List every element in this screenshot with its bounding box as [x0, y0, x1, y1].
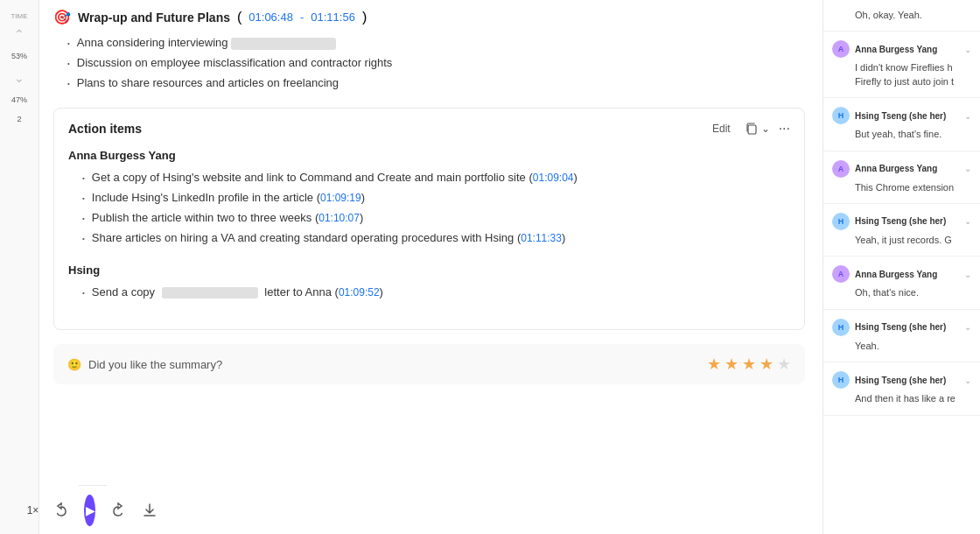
star-rating[interactable]: ★ ★ ★ ★ ★ [707, 355, 791, 374]
chat-chevron-hsing-3[interactable]: ⌄ [964, 322, 971, 332]
avatar-hsing-2: H [832, 213, 850, 230]
bullet-text-2: Discussion on employee misclassification… [77, 54, 393, 73]
bullet-dot: • [82, 173, 85, 185]
refresh-icon [109, 502, 127, 519]
avatar-anna-3: A [832, 265, 850, 283]
chat-name-hsing-1: Hsing Tseng (she her) [855, 111, 959, 121]
action-item-3: Publish the article within two to three … [92, 209, 363, 228]
refresh-button[interactable] [109, 502, 127, 519]
chat-item-hsing-4: H Hsing Tseng (she her) ⌄ And then it ha… [823, 362, 980, 415]
star-2[interactable]: ★ [724, 355, 738, 374]
bullet-text-1: Anna considering interviewing [77, 34, 336, 53]
section-timestamp-end[interactable]: 01:11:56 [311, 11, 355, 24]
star-3[interactable]: ★ [742, 355, 756, 374]
chat-item-hsing-3: H Hsing Tseng (she her) ⌄ Yeah. [823, 310, 980, 362]
chat-header-hsing-2: H Hsing Tseng (she her) ⌄ [832, 213, 971, 230]
chat-header-hsing-1: H Hsing Tseng (she her) ⌄ [832, 107, 971, 124]
play-icon: ▶ [86, 503, 95, 517]
list-item: • Send a copy letter to Anna (01:09:52) [82, 284, 790, 302]
timestamp-link-4[interactable]: 01:11:33 [521, 232, 562, 244]
main-scroll-area[interactable]: 🎯 Wrap-up and Future Plans ( 01:06:48 - … [39, 0, 822, 534]
chat-item-anna-1: A Anna Burgess Yang ⌄ I didn't know Fire… [823, 32, 980, 98]
bullet-dot: • [82, 288, 85, 299]
bullet-text-3: Plans to share resources and articles on… [77, 74, 339, 93]
star-4[interactable]: ★ [760, 355, 774, 374]
more-options-button[interactable]: ··· [779, 121, 790, 137]
chat-item-anna-3: A Anna Burgess Yang ⌄ Oh, that's nice. [823, 256, 980, 309]
chat-header-anna-1: A Anna Burgess Yang ⌄ [832, 40, 971, 58]
timestamp-link-3[interactable]: 01:10:07 [318, 212, 360, 224]
left-sidebar: TIME ⌃ 53% ⌄ 47% 2 [0, 0, 39, 534]
right-chat-sidebar: Oh, okay. Yeah. A Anna Burgess Yang ⌄ I … [822, 0, 980, 534]
svg-rect-0 [748, 125, 756, 134]
chat-header-anna-2: A Anna Burgess Yang ⌄ [832, 160, 971, 178]
feedback-emoji-icon: 🙂 [67, 358, 81, 371]
chat-item-anna-2: A Anna Burgess Yang ⌄ This Chrome extens… [823, 151, 980, 204]
section-timestamp-open: ( [237, 10, 242, 25]
chat-header-hsing-4: H Hsing Tseng (she her) ⌄ [832, 371, 971, 389]
chat-header-anna-3: A Anna Burgess Yang ⌄ [832, 265, 971, 283]
edit-button[interactable]: Edit [707, 121, 736, 137]
action-items-section: Action items Edit ⌄ ··· Anna Burgess Yan… [53, 108, 805, 330]
timestamp-link-5[interactable]: 01:09:52 [339, 286, 380, 299]
chat-text-anna-3: Oh, that's nice. [832, 286, 971, 299]
playback-speed[interactable]: 1× [27, 504, 39, 516]
list-item: • Share articles on hiring a VA and crea… [82, 229, 790, 248]
timestamp-link-2[interactable]: 01:09:19 [320, 192, 361, 204]
star-1[interactable]: ★ [707, 355, 721, 374]
chat-item-hsing-2: H Hsing Tseng (she her) ⌄ Yeah, it just … [823, 204, 980, 256]
feedback-row: 🙂 Did you like the summary? ★ ★ ★ ★ ★ [53, 344, 805, 384]
sidebar-chevron-up[interactable]: ⌃ [14, 27, 24, 41]
chat-chevron-anna-3[interactable]: ⌄ [964, 270, 971, 279]
chat-text-hsing-1: But yeah, that's fine. [832, 128, 971, 141]
chat-chevron-anna-1[interactable]: ⌄ [964, 45, 971, 54]
person-1-action-list: • Get a copy of Hsing's website and link… [68, 169, 790, 247]
chat-name-anna-3: Anna Burgess Yang [855, 270, 959, 279]
chat-chevron-hsing-2[interactable]: ⌄ [964, 216, 971, 226]
list-item: • Discussion on employee misclassificati… [67, 54, 805, 73]
chat-name-hsing-2: Hsing Tseng (she her) [855, 216, 959, 226]
person-2-action-list: • Send a copy letter to Anna (01:09:52) [68, 284, 790, 302]
chat-name-hsing-3: Hsing Tseng (she her) [855, 322, 959, 332]
avatar-anna-1: A [832, 40, 850, 58]
bullet-dot: • [67, 79, 70, 90]
action-item-4: Share articles on hiring a VA and creati… [92, 229, 566, 248]
timestamp-link-1[interactable]: 01:09:04 [533, 172, 574, 184]
section-bullet-list: • Anna considering interviewing • Discus… [53, 34, 805, 92]
action-item-1: Get a copy of Hsing's website and link t… [92, 169, 578, 187]
copy-chevron: ⌄ [761, 123, 770, 135]
chat-chevron-hsing-4[interactable]: ⌄ [964, 376, 971, 385]
action-item-2: Include Hsing's LinkedIn profile in the … [92, 189, 365, 207]
feedback-question-area: 🙂 Did you like the summary? [67, 358, 222, 371]
bullet-dot: • [67, 39, 70, 50]
chat-text-top: Oh, okay. Yeah. [832, 9, 971, 22]
avatar-anna-2: A [832, 160, 850, 178]
action-items-title: Action items [68, 122, 142, 136]
bullet-dot: • [82, 234, 85, 245]
rewind-button[interactable] [52, 502, 70, 519]
section-timestamp-start[interactable]: 01:06:48 [248, 11, 293, 24]
sidebar-percent-2: 47% [11, 95, 27, 104]
avatar-hsing-3: H [832, 319, 850, 336]
avatar-hsing-4: H [832, 371, 850, 389]
chat-header-hsing-3: H Hsing Tseng (she her) ⌄ [832, 319, 971, 336]
chat-text-anna-2: This Chrome extension [832, 181, 971, 194]
copy-icon-button[interactable]: ⌄ [745, 122, 770, 136]
chat-chevron-anna-2[interactable]: ⌄ [964, 164, 971, 173]
action-items-header: Action items Edit ⌄ ··· [68, 121, 790, 137]
chat-name-anna-2: Anna Burgess Yang [855, 164, 959, 173]
star-5[interactable]: ★ [777, 355, 791, 374]
chat-name-anna-1: Anna Burgess Yang [855, 45, 959, 54]
play-button[interactable]: ▶ [84, 495, 95, 526]
section-emoji: 🎯 [53, 9, 71, 25]
sidebar-chevron-down[interactable]: ⌄ [14, 71, 24, 85]
chat-chevron-hsing-1[interactable]: ⌄ [964, 111, 971, 121]
copy-icon [745, 122, 759, 136]
list-item: • Publish the article within two to thre… [82, 209, 790, 228]
download-button[interactable] [141, 502, 158, 519]
action-items-controls: Edit ⌄ ··· [707, 121, 790, 137]
download-icon [141, 502, 158, 519]
section-timestamp-sep: - [300, 11, 304, 24]
list-item: • Plans to share resources and articles … [67, 74, 805, 93]
time-label: TIME [10, 12, 27, 20]
